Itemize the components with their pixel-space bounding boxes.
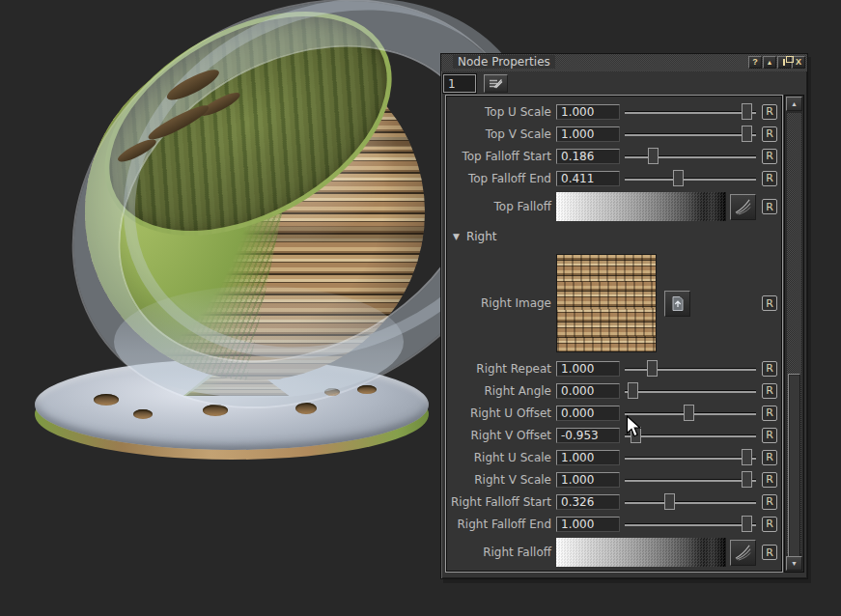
- parameter-value-input[interactable]: [556, 171, 620, 186]
- window-controls: ?▲X: [748, 56, 805, 69]
- section-collapse-icon[interactable]: ▼: [453, 232, 460, 241]
- slider-track: [625, 457, 756, 460]
- parameter-slider[interactable]: [625, 427, 756, 443]
- slider-handle[interactable]: [742, 516, 752, 532]
- reset-button[interactable]: R: [762, 104, 777, 120]
- slider-handle[interactable]: [684, 405, 694, 421]
- slider-handle[interactable]: [742, 449, 752, 465]
- parameter-slider[interactable]: [625, 103, 756, 120]
- scroll-down-icon: ▼: [791, 560, 798, 567]
- slider-handle[interactable]: [648, 148, 659, 164]
- parameter-slider[interactable]: [625, 170, 756, 186]
- parameter-slider[interactable]: [625, 449, 756, 465]
- parameter-value-input[interactable]: [556, 428, 620, 443]
- reset-button[interactable]: R: [762, 494, 777, 510]
- slider-track: [625, 111, 756, 114]
- parameter-value-input[interactable]: [556, 126, 620, 142]
- vertical-scrollbar[interactable]: ▲ ▼: [784, 95, 804, 573]
- parameter-slider[interactable]: [625, 148, 756, 164]
- scroll-up-button[interactable]: ▲: [786, 97, 802, 111]
- slider-handle[interactable]: [742, 471, 752, 488]
- reset-button[interactable]: R: [762, 361, 777, 377]
- parameter-slider[interactable]: [625, 405, 756, 421]
- reset-button[interactable]: R: [762, 149, 777, 164]
- reset-button[interactable]: R: [762, 295, 777, 311]
- parameter-label: Top U Scale: [449, 105, 556, 119]
- parameter-value-input[interactable]: [556, 104, 620, 120]
- parameter-value-input[interactable]: [556, 383, 620, 399]
- shade-button[interactable]: ▲: [763, 56, 776, 69]
- slider-track: [625, 178, 756, 181]
- reset-button[interactable]: R: [762, 406, 777, 421]
- scrollbar-track[interactable]: [787, 113, 801, 554]
- curve-edit-icon: [734, 544, 752, 562]
- panel-toolbar: [441, 71, 807, 94]
- falloff-gradient-bar[interactable]: [556, 538, 726, 567]
- slider-track: [625, 133, 756, 136]
- falloff-gradient-bar[interactable]: [556, 192, 726, 221]
- node-index-input[interactable]: [443, 74, 476, 93]
- reset-button[interactable]: R: [762, 428, 777, 443]
- slider-handle[interactable]: [742, 126, 752, 142]
- slider-handle[interactable]: [673, 170, 684, 186]
- parameter-row: Right U ScaleR: [447, 446, 781, 468]
- slider-handle[interactable]: [742, 103, 752, 120]
- parameter-label: Right Falloff End: [449, 518, 556, 531]
- slider-handle[interactable]: [647, 360, 658, 377]
- parameter-label: Right V Offset: [449, 429, 556, 442]
- slider-handle[interactable]: [628, 382, 638, 399]
- falloff-gradient-row: Top FalloffR: [447, 189, 781, 224]
- close-button[interactable]: X: [792, 56, 805, 69]
- parameter-value-input[interactable]: [556, 517, 620, 532]
- parameter-row: Top V ScaleR: [447, 123, 781, 145]
- slider-track: [625, 523, 756, 526]
- section-header[interactable]: ▼Right: [447, 224, 781, 249]
- help-button[interactable]: ?: [748, 56, 762, 69]
- parameter-slider[interactable]: [625, 471, 756, 488]
- parameter-slider[interactable]: [625, 493, 756, 510]
- parameter-row: Right Falloff EndR: [447, 513, 781, 535]
- parameter-value-input[interactable]: [556, 406, 620, 421]
- gradient-edit-button[interactable]: [730, 194, 756, 220]
- parameter-value-input[interactable]: [556, 472, 620, 488]
- parameter-slider[interactable]: [625, 126, 756, 142]
- parameter-value-input[interactable]: [556, 494, 620, 510]
- preview-base-hole: [94, 394, 119, 406]
- scroll-down-button[interactable]: ▼: [786, 556, 802, 571]
- parameter-value-input[interactable]: [556, 149, 620, 164]
- load-image-button[interactable]: [664, 291, 690, 317]
- parameter-value-input[interactable]: [556, 361, 620, 377]
- image-thumbnail[interactable]: [556, 254, 657, 352]
- parameter-slider[interactable]: [625, 382, 756, 399]
- reset-button[interactable]: R: [762, 199, 777, 214]
- parameter-slider[interactable]: [625, 360, 756, 377]
- reset-button[interactable]: R: [762, 450, 777, 465]
- parameter-label: Right Falloff: [449, 546, 556, 559]
- parameter-list-frame: Top U ScaleRTop V ScaleRTop Falloff Star…: [445, 95, 783, 573]
- reset-button[interactable]: R: [762, 383, 777, 399]
- reset-button[interactable]: R: [762, 545, 777, 560]
- parameter-label: Right Image: [449, 296, 556, 310]
- parameter-label: Right U Offset: [449, 406, 556, 420]
- restore-icon: [783, 59, 785, 66]
- slider-track: [625, 390, 756, 393]
- parameter-row: Right AngleR: [447, 379, 781, 402]
- falloff-gradient-row: Right FalloffR: [447, 535, 781, 570]
- edit-marker-button[interactable]: [484, 74, 508, 93]
- reset-button[interactable]: R: [762, 472, 777, 488]
- gradient-edit-button[interactable]: [730, 540, 756, 566]
- reset-button[interactable]: R: [762, 171, 777, 186]
- material-preview-viewport: [0, 0, 440, 616]
- reset-button[interactable]: R: [762, 517, 777, 532]
- parameter-value-input[interactable]: [556, 450, 620, 465]
- parameter-slider[interactable]: [625, 516, 756, 532]
- panel-titlebar[interactable]: Node Properties ?▲X: [441, 54, 807, 71]
- slider-handle[interactable]: [664, 493, 675, 510]
- parameter-label: Right V Scale: [449, 473, 556, 487]
- parameter-list: Top U ScaleRTop V ScaleRTop Falloff Star…: [447, 97, 781, 571]
- reset-button[interactable]: R: [762, 126, 777, 142]
- section-label: Right: [466, 230, 497, 243]
- restore-button[interactable]: [777, 56, 791, 69]
- parameter-row: Top Falloff StartR: [447, 145, 781, 167]
- scrollbar-thumb[interactable]: [788, 374, 800, 559]
